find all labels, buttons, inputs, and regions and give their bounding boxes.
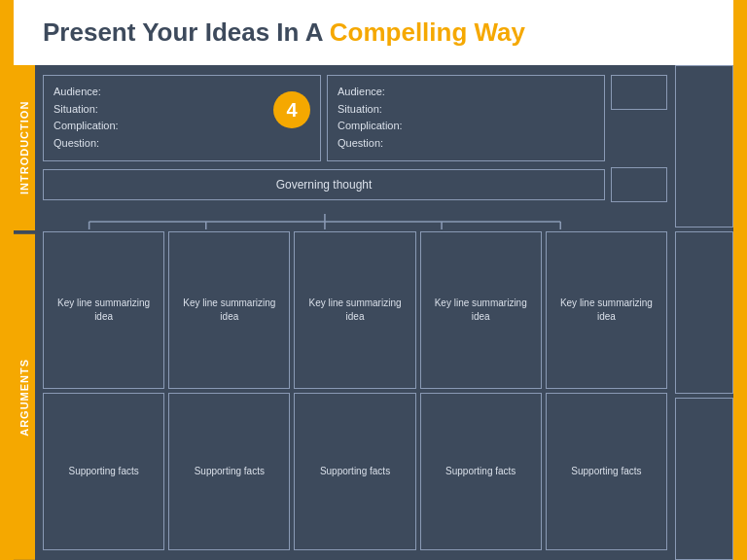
title-section: Present Your Ideas In A Compelling Way [14,0,733,65]
slide-title: Present Your Ideas In A Compelling Way [43,18,704,48]
intro-right-line1: Audience: [338,84,594,101]
supporting-facts-4[interactable]: Supporting facts [420,393,542,550]
intro-left-line4: Question: [53,135,266,153]
right-placeholder [675,65,733,560]
intro-box-right: Audience: Situation: Complication: Quest… [327,75,605,160]
governing-thought-box: Governing thought [43,169,605,200]
key-line-1[interactable]: Key line summarizing idea [43,231,164,389]
right-placeholder-box-2 [675,231,733,394]
arguments-label: Arguments [14,234,35,560]
key-lines-row: Key line summarizing idea Key line summa… [43,231,667,389]
title-part1: Present Your Ideas In A [43,18,330,47]
key-line-5[interactable]: Key line summarizing idea [546,231,667,389]
connector-svg [43,214,667,229]
side-labels: Introduction Arguments [14,65,35,560]
intro-left-line1: Audience: [53,84,266,101]
supporting-facts-1[interactable]: Supporting facts [43,393,164,550]
governing-right-connector [611,167,667,202]
content-area: Introduction Arguments Audience: Situati… [14,65,733,560]
intro-left-line2: Situation: [53,101,266,119]
governing-thought-row: Governing thought [43,167,667,202]
slide: Present Your Ideas In A Compelling Way I… [0,0,747,560]
intro-left-line3: Complication: [53,118,266,135]
introduction-label: Introduction [14,65,35,230]
key-line-4[interactable]: Key line summarizing idea [420,231,542,389]
supporting-facts-2[interactable]: Supporting facts [168,393,290,550]
left-accent-bar [0,0,14,560]
title-part2: Compelling Way [330,18,525,47]
right-placeholder-box-3 [675,398,733,560]
right-accent-bar [733,0,747,560]
key-line-2[interactable]: Key line summarizing idea [168,231,290,389]
intro-boxes-row: Audience: Situation: Complication: Quest… [43,75,667,160]
step-badge: 4 [273,91,310,128]
intro-box-left: Audience: Situation: Complication: Quest… [43,75,321,160]
supporting-facts-3[interactable]: Supporting facts [294,393,415,550]
right-placeholder-box-1 [675,65,733,228]
diagram-area: Audience: Situation: Complication: Quest… [35,65,675,560]
intro-right-line3: Complication: [338,118,594,135]
key-line-3[interactable]: Key line summarizing idea [294,231,415,389]
intro-section: Audience: Situation: Complication: Quest… [43,75,667,207]
connector-area [43,214,667,229]
intro-left-text: Audience: Situation: Complication: Quest… [53,84,266,152]
supporting-facts-row: Supporting facts Supporting facts Suppor… [43,393,667,550]
arguments-section: Key line summarizing idea Key line summa… [43,231,667,550]
intro-right-line2: Situation: [338,101,594,119]
top-right-connector [611,75,667,110]
supporting-facts-5[interactable]: Supporting facts [546,393,667,550]
intro-right-line4: Question: [338,135,594,153]
